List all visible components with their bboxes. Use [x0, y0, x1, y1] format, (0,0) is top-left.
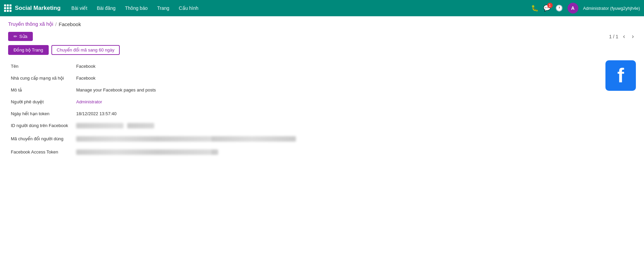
convert-button[interactable]: Chuyển đổi mã sang 60 ngày	[51, 45, 120, 55]
clock-icon[interactable]: 🕐	[555, 4, 563, 12]
prev-button[interactable]: ‹	[621, 32, 627, 41]
value-nha-cung-cap: Facebook	[73, 72, 380, 84]
value-ma-chuyen-doi	[73, 133, 380, 146]
label-nguoi-phe-duyet: Người phê duyệt	[8, 96, 73, 108]
nav-thong-bao[interactable]: Thông báo	[121, 4, 152, 12]
label-mo-ta: Mô tả	[8, 84, 73, 96]
bug-icon[interactable]: 🐛	[531, 4, 538, 12]
toolbar: ✏ Sửa 1 / 1 ‹ ›	[0, 29, 644, 41]
navbar-right: 🐛 💬 1 🕐 A Administrator (fyuwg2yhjh4e)	[531, 3, 640, 14]
label-ngay-het-han: Ngày hết hạn token	[8, 108, 73, 120]
toolbar-left: ✏ Sửa	[8, 32, 33, 41]
id-blurred2	[127, 123, 154, 128]
brand-title: Social Marketing	[15, 5, 61, 12]
label-ten: Tên	[8, 60, 73, 72]
facebook-f-letter: f	[617, 65, 624, 86]
field-id-nguoi-dung: ID người dùng trên Facebook	[8, 120, 380, 133]
grid-icon	[4, 4, 12, 12]
user-label: Administrator (fyuwg2yhjh4e)	[583, 6, 640, 11]
action-buttons: Đồng bộ Trang Chuyển đổi mã sang 60 ngày	[0, 41, 644, 55]
content-area: f Tên Facebook Nhà cung cấp mạng xã hội …	[0, 55, 644, 167]
field-mo-ta: Mô tả Manage your Facebook pages and pos…	[8, 84, 380, 96]
nav-bai-dang[interactable]: Bài đăng	[93, 4, 119, 12]
nav-bai-viet[interactable]: Bài viết	[67, 4, 91, 12]
toolbar-right: 1 / 1 ‹ ›	[609, 32, 636, 41]
pagination-text: 1 / 1	[609, 34, 618, 39]
id-blurred	[76, 123, 123, 128]
breadcrumb-current: Facebook	[59, 21, 81, 27]
breadcrumb-parent[interactable]: Truyền thông xã hội	[8, 21, 53, 27]
chat-badge: 1	[547, 3, 553, 8]
sync-button[interactable]: Đồng bộ Trang	[8, 45, 49, 55]
edit-label: Sửa	[19, 34, 27, 39]
field-nguoi-phe-duyet: Người phê duyệt Administrator	[8, 96, 380, 108]
value-access-token	[73, 146, 380, 159]
approver-link[interactable]: Administrator	[76, 99, 102, 104]
breadcrumb-separator: /	[55, 21, 56, 27]
label-access-token: Facebook Access Token	[8, 146, 73, 159]
label-id-nguoi-dung: ID người dùng trên Facebook	[8, 120, 73, 133]
field-ten: Tên Facebook	[8, 60, 380, 72]
navbar-menu: Bài viết Bài đăng Thông báo Trang Cấu hì…	[67, 4, 531, 12]
value-ten: Facebook	[73, 60, 380, 72]
nav-trang[interactable]: Trang	[153, 4, 173, 12]
avatar: A	[568, 3, 578, 14]
field-nha-cung-cap: Nhà cung cấp mạng xã hội Facebook	[8, 72, 380, 84]
nav-cau-hinh[interactable]: Cấu hình	[175, 4, 203, 12]
conversion-blurred	[76, 136, 296, 142]
facebook-logo: f	[605, 60, 636, 91]
pencil-icon: ✏	[14, 34, 17, 39]
field-ma-chuyen-doi: Mã chuyển đổi người dùng	[8, 133, 380, 146]
form-table: Tên Facebook Nhà cung cấp mạng xã hội Fa…	[8, 60, 380, 159]
next-button[interactable]: ›	[630, 32, 636, 41]
token-blurred	[76, 149, 218, 155]
navbar: Social Marketing Bài viết Bài đăng Thông…	[0, 0, 644, 16]
navbar-brand: Social Marketing	[4, 4, 61, 12]
label-nha-cung-cap: Nhà cung cấp mạng xã hội	[8, 72, 73, 84]
field-ngay-het-han: Ngày hết hạn token 18/12/2022 13:57:40	[8, 108, 380, 120]
value-ngay-het-han: 18/12/2022 13:57:40	[73, 108, 380, 120]
chat-icon[interactable]: 💬 1	[543, 4, 551, 12]
value-mo-ta: Manage your Facebook pages and posts	[73, 84, 380, 96]
breadcrumb: Truyền thông xã hội / Facebook	[0, 16, 644, 29]
label-ma-chuyen-doi: Mã chuyển đổi người dùng	[8, 133, 73, 146]
field-access-token: Facebook Access Token	[8, 146, 380, 159]
value-id-nguoi-dung	[73, 120, 380, 133]
edit-button[interactable]: ✏ Sửa	[8, 32, 33, 41]
value-nguoi-phe-duyet: Administrator	[73, 96, 380, 108]
